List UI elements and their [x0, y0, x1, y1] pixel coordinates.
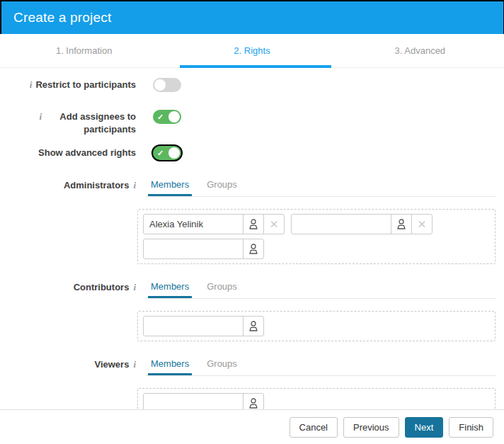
toggle-knob — [154, 79, 166, 91]
person-picker-button[interactable] — [391, 215, 411, 234]
administrator-member-input-3[interactable] — [144, 239, 243, 258]
tab-rights[interactable]: 2. Rights — [168, 34, 336, 67]
administrators-members-box: ✕ ✕ — [137, 209, 496, 264]
assignees-toggle[interactable]: ✓ — [153, 110, 181, 124]
person-picker-button[interactable] — [243, 239, 263, 258]
tab-rights-label: 2. Rights — [234, 45, 270, 56]
member-picker: ✕ — [291, 214, 433, 234]
administrators-label: Administratorsi — [0, 173, 136, 264]
contributors-groups-tab[interactable]: Groups — [204, 275, 240, 298]
administrators-tab-bar: Members Groups — [146, 173, 496, 197]
contributors-tab-bar: Members Groups — [146, 275, 496, 299]
administrator-member-input-2[interactable] — [292, 215, 391, 234]
administrators-groups-tab[interactable]: Groups — [204, 173, 240, 196]
administrators-section: Administratorsi Members Groups — [0, 173, 504, 264]
advanced-rights-toggle[interactable]: ✓ — [153, 146, 181, 160]
tab-information-label: 1. Information — [56, 45, 113, 56]
remove-member-button[interactable]: ✕ — [263, 215, 284, 234]
info-icon[interactable]: i — [30, 79, 33, 90]
restrict-row: iRestrict to participants — [0, 77, 504, 95]
info-icon[interactable]: i — [133, 180, 136, 190]
restrict-toggle[interactable] — [153, 78, 181, 92]
contributor-member-input-1[interactable] — [144, 317, 243, 336]
contributors-members-box — [137, 311, 496, 341]
check-icon: ✓ — [157, 147, 164, 159]
administrators-members-tab[interactable]: Members — [148, 173, 192, 196]
member-picker — [143, 239, 264, 259]
info-icon[interactable]: i — [133, 282, 136, 292]
assignees-label: iAdd assignees to participants — [0, 109, 136, 136]
person-icon — [248, 397, 259, 409]
person-icon — [248, 243, 259, 255]
wizard-tab-bar: 1. Information 2. Rights 3. Advanced — [0, 34, 504, 68]
toggle-knob — [168, 147, 180, 159]
advanced-rights-row: Show advanced rights ✓ — [0, 145, 504, 163]
info-icon[interactable]: i — [133, 359, 136, 370]
previous-button[interactable]: Previous — [343, 417, 399, 438]
close-icon: ✕ — [270, 219, 279, 229]
dialog-header: Create a project — [0, 1, 504, 34]
person-icon — [248, 218, 259, 230]
info-icon[interactable]: i — [39, 111, 42, 122]
member-picker — [143, 316, 264, 336]
tab-advanced[interactable]: 3. Advanced — [336, 34, 504, 67]
contributors-section: Contributorsi Members Groups — [0, 275, 504, 341]
next-button[interactable]: Next — [405, 417, 444, 438]
restrict-label: iRestrict to participants — [0, 77, 136, 91]
toggle-knob — [168, 111, 180, 123]
member-picker: ✕ — [143, 214, 285, 234]
remove-member-button[interactable]: ✕ — [411, 215, 432, 234]
dialog-title: Create a project — [13, 10, 111, 25]
viewers-members-tab[interactable]: Members — [148, 353, 192, 375]
person-picker-button[interactable] — [243, 317, 263, 336]
check-icon: ✓ — [157, 111, 164, 123]
assignees-row: iAdd assignees to participants ✓ — [0, 109, 504, 136]
dialog-body: iRestrict to participants iAdd assignees… — [0, 68, 504, 419]
advanced-rights-label: Show advanced rights — [0, 145, 136, 159]
contributors-label: Contributorsi — [0, 275, 136, 341]
viewers-groups-tab[interactable]: Groups — [204, 353, 240, 375]
person-icon — [396, 218, 407, 230]
contributors-members-tab[interactable]: Members — [148, 275, 192, 298]
administrator-member-input-1[interactable] — [144, 215, 243, 234]
close-icon: ✕ — [418, 219, 427, 229]
tab-information[interactable]: 1. Information — [0, 34, 168, 67]
person-icon — [248, 320, 259, 332]
dialog-footer: Cancel Previous Next Finish — [0, 409, 504, 444]
tab-advanced-label: 3. Advanced — [395, 45, 446, 56]
person-picker-button[interactable] — [243, 215, 263, 234]
viewers-tab-bar: Members Groups — [146, 353, 496, 376]
finish-button[interactable]: Finish — [449, 417, 493, 438]
cancel-button[interactable]: Cancel — [290, 417, 338, 438]
